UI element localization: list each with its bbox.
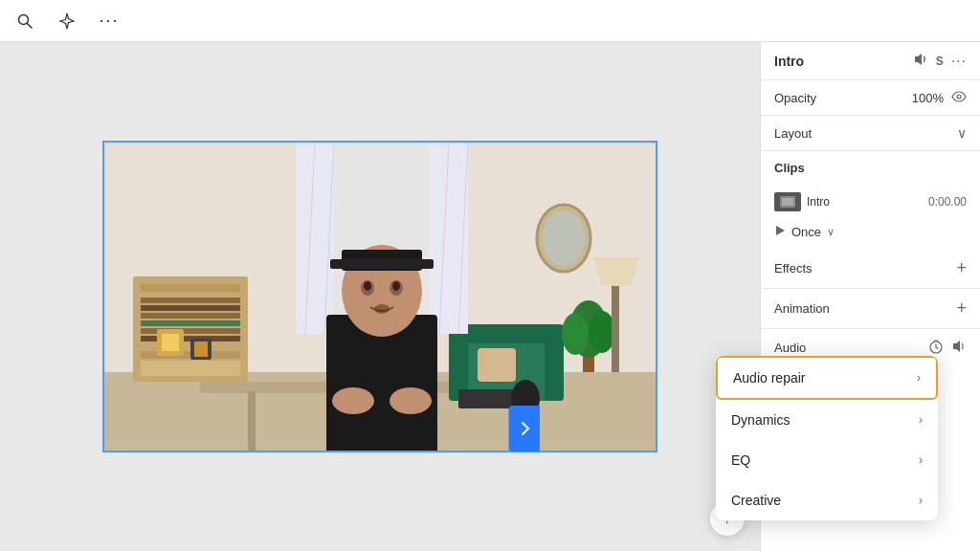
chevron-right-icon: › bbox=[919, 413, 923, 427]
chevron-down-icon[interactable]: ∨ bbox=[957, 125, 967, 141]
svg-rect-10 bbox=[141, 298, 240, 303]
more-options-icon[interactable]: ··· bbox=[951, 53, 967, 70]
audio-icon[interactable] bbox=[913, 52, 928, 70]
opacity-row: Opacity 100% bbox=[761, 80, 980, 116]
size-label: S bbox=[936, 55, 944, 68]
svg-rect-9 bbox=[141, 284, 240, 292]
dropdown-item-label: Creative bbox=[731, 493, 781, 508]
svg-point-29 bbox=[562, 313, 589, 355]
visibility-icon[interactable] bbox=[951, 90, 967, 105]
once-row[interactable]: Once ∨ bbox=[761, 219, 980, 249]
intro-header-row: Intro S ··· bbox=[761, 42, 980, 80]
svg-rect-45 bbox=[330, 259, 434, 269]
svg-point-49 bbox=[392, 281, 400, 291]
clip-info: Intro bbox=[774, 192, 928, 211]
svg-point-50 bbox=[374, 304, 390, 314]
animation-add-icon[interactable]: + bbox=[956, 298, 967, 319]
once-label: Once bbox=[791, 225, 821, 239]
svg-point-41 bbox=[543, 210, 585, 266]
dropdown-item-creative[interactable]: Creative › bbox=[716, 480, 938, 520]
search-button[interactable] bbox=[11, 8, 38, 34]
svg-rect-31 bbox=[612, 286, 619, 372]
dropdown-item-label: Dynamics bbox=[731, 412, 790, 428]
svg-rect-57 bbox=[782, 198, 793, 206]
svg-rect-6 bbox=[248, 391, 256, 452]
svg-rect-19 bbox=[162, 334, 179, 351]
chevron-right-icon: › bbox=[919, 494, 923, 507]
effects-label: Effects bbox=[774, 261, 813, 276]
blue-action-button[interactable] bbox=[509, 406, 540, 452]
effects-row: Effects + bbox=[761, 249, 980, 289]
play-small-icon bbox=[774, 225, 786, 239]
layout-row: Layout ∨ bbox=[761, 116, 980, 151]
layout-label: Layout bbox=[774, 126, 812, 141]
svg-rect-35 bbox=[430, 143, 468, 334]
svg-point-48 bbox=[364, 281, 371, 291]
clip-thumbnail bbox=[774, 192, 801, 211]
svg-point-55 bbox=[957, 95, 961, 99]
svg-rect-34 bbox=[296, 143, 334, 334]
canvas-area: Audio repair › Dynamics › EQ › Creative … bbox=[0, 42, 760, 551]
intro-title: Intro bbox=[774, 54, 804, 69]
svg-rect-14 bbox=[141, 328, 240, 334]
sparkle-button[interactable] bbox=[54, 8, 80, 34]
svg-marker-58 bbox=[776, 226, 785, 235]
svg-point-52 bbox=[390, 387, 432, 414]
animation-row: Animation + bbox=[761, 289, 980, 329]
opacity-label: Opacity bbox=[774, 91, 816, 105]
svg-rect-12 bbox=[141, 313, 240, 319]
clip-time: 0:00.00 bbox=[928, 195, 967, 209]
volume-icon[interactable] bbox=[951, 339, 967, 357]
svg-rect-11 bbox=[141, 305, 240, 311]
dropdown-item-dynamics[interactable]: Dynamics › bbox=[716, 400, 938, 440]
chevron-right-icon: › bbox=[919, 453, 923, 467]
svg-rect-21 bbox=[194, 342, 208, 357]
dropdown-item-audio-repair[interactable]: Audio repair › bbox=[716, 356, 938, 400]
dropdown-item-label: Audio repair bbox=[733, 370, 806, 386]
svg-rect-17 bbox=[141, 361, 240, 376]
svg-point-51 bbox=[332, 387, 374, 414]
clip-item-row[interactable]: Intro 0:00.00 bbox=[761, 185, 980, 219]
header-icons: S ··· bbox=[913, 52, 967, 70]
clips-label: Clips bbox=[774, 161, 805, 175]
dropdown-item-eq[interactable]: EQ › bbox=[716, 440, 938, 480]
top-toolbar: ··· bbox=[0, 0, 980, 42]
video-frame bbox=[102, 141, 657, 452]
audio-label: Audio bbox=[774, 341, 806, 355]
opacity-percentage: 100% bbox=[912, 91, 944, 105]
chevron-once-icon: ∨ bbox=[827, 226, 835, 238]
main-area: Audio repair › Dynamics › EQ › Creative … bbox=[0, 42, 980, 551]
svg-rect-13 bbox=[141, 320, 240, 326]
svg-point-30 bbox=[589, 311, 615, 353]
opacity-value-group: 100% bbox=[912, 90, 967, 105]
audio-dropdown-menu: Audio repair › Dynamics › EQ › Creative … bbox=[716, 356, 938, 520]
effects-add-icon[interactable]: + bbox=[956, 258, 967, 278]
svg-rect-26 bbox=[478, 348, 516, 382]
timer-icon bbox=[928, 339, 944, 357]
dropdown-item-label: EQ bbox=[731, 452, 750, 468]
svg-rect-25 bbox=[545, 334, 564, 401]
more-options-button[interactable]: ··· bbox=[96, 8, 122, 34]
animation-label: Animation bbox=[774, 301, 830, 316]
chevron-right-icon: › bbox=[917, 371, 921, 385]
clips-header: Clips bbox=[761, 151, 980, 185]
svg-line-1 bbox=[28, 23, 33, 28]
clip-name: Intro bbox=[807, 195, 830, 209]
